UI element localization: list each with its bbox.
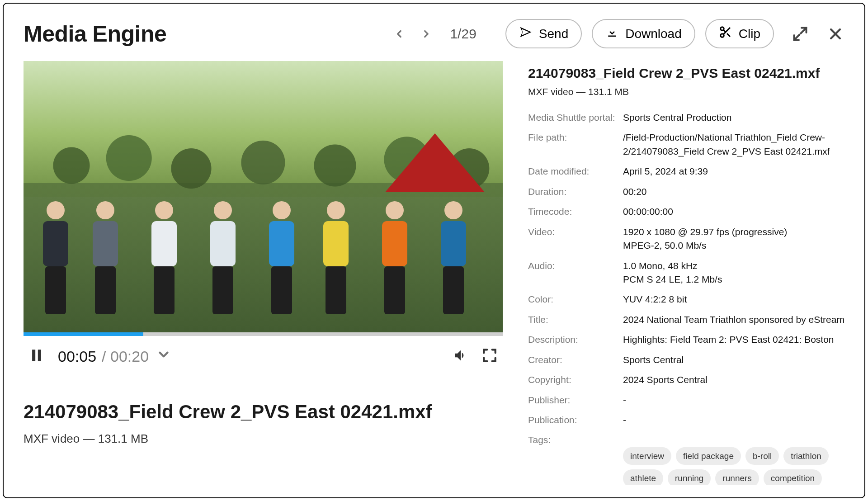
meta-value: April 5, 2024 at 9:39	[623, 165, 844, 178]
meta-row-creator: Creator: Sports Central	[528, 353, 844, 367]
meta-label: File path:	[528, 131, 623, 158]
download-button[interactable]: Download	[592, 19, 695, 48]
svg-point-0	[721, 27, 724, 31]
fullscreen-button[interactable]	[482, 348, 497, 365]
meta-file-subtitle: MXF video — 131.1 MB	[528, 86, 844, 97]
svg-line-4	[723, 30, 726, 32]
meta-row-tags: Tags: interviewfield packageb-rolltriath…	[528, 433, 844, 485]
download-label: Download	[625, 27, 682, 41]
meta-label: Date modified:	[528, 165, 623, 178]
meta-label: Audio:	[528, 259, 623, 287]
scissors-icon	[719, 25, 732, 42]
svg-point-1	[721, 34, 724, 38]
expand-button[interactable]	[791, 25, 809, 43]
meta-value: Highlights: Field Team 2: PVS East 02421…	[623, 333, 844, 346]
next-item-button[interactable]	[419, 27, 434, 41]
meta-value: 1.0 Mono, 48 kHz PCM S 24 LE, 1.2 Mb/s	[623, 259, 844, 287]
send-button[interactable]: Send	[505, 19, 582, 48]
clip-button[interactable]: Clip	[705, 19, 774, 48]
meta-row-duration: Duration: 00:20	[528, 185, 844, 199]
send-label: Send	[539, 27, 568, 41]
svg-rect-9	[32, 350, 35, 361]
meta-value: -	[623, 413, 844, 427]
meta-label: Publication:	[528, 413, 623, 427]
meta-value: /Field-Production/National Triathlon_Fie…	[623, 131, 844, 158]
tag[interactable]: b-roll	[745, 447, 779, 465]
app-title: Media Engine	[24, 21, 166, 47]
file-title: 214079083_Field Crew 2_PVS East 02421.mx…	[24, 401, 503, 423]
meta-label: Video:	[528, 225, 623, 253]
svg-rect-10	[38, 350, 41, 361]
meta-label: Copyright:	[528, 373, 623, 387]
tag[interactable]: triathlon	[783, 447, 829, 465]
meta-value: Sports Central Production	[623, 111, 844, 124]
svg-line-3	[727, 33, 730, 37]
player-pane: 00:05 / 00:20 214079083_Field Crew 2_PVS…	[24, 61, 503, 485]
meta-value: 2024 Sports Central	[623, 373, 844, 387]
meta-value: YUV 4:2:2 8 bit	[623, 293, 844, 306]
item-counter: 1/29	[450, 26, 476, 42]
send-icon	[519, 25, 533, 42]
tag[interactable]: athlete	[623, 469, 663, 485]
prev-item-button[interactable]	[392, 27, 406, 41]
tag-list: interviewfield packageb-rolltriathlonath…	[623, 447, 844, 485]
meta-row-filepath: File path: /Field-Production/National Tr…	[528, 131, 844, 158]
tag[interactable]: runners	[715, 469, 759, 485]
file-subtitle: MXF video — 131.1 MB	[24, 432, 503, 446]
meta-value: -	[623, 393, 844, 407]
video-surface[interactable]	[24, 61, 503, 332]
pause-button[interactable]	[29, 348, 44, 365]
action-buttons: Send Download Clip	[505, 19, 844, 48]
download-icon	[605, 25, 619, 42]
time-total: 00:20	[110, 348, 149, 365]
meta-value: 2024 National Team Triathlon sponsored b…	[623, 313, 844, 326]
meta-row-publisher: Publisher: -	[528, 393, 844, 407]
meta-file-title: 214079083_Field Crew 2_PVS East 02421.mx…	[528, 66, 844, 81]
tag[interactable]: running	[668, 469, 711, 485]
meta-label: Creator:	[528, 353, 623, 367]
tag[interactable]: interview	[623, 447, 671, 465]
pager	[392, 27, 434, 41]
meta-label: Title:	[528, 313, 623, 326]
meta-row-publication: Publication: -	[528, 413, 844, 427]
meta-label: Media Shuttle portal:	[528, 111, 623, 124]
time-display: 00:05 / 00:20	[58, 347, 171, 366]
meta-row-description: Description: Highlights: Field Team 2: P…	[528, 333, 844, 346]
meta-value: 1920 x 1080 @ 29.97 fps (progressive) MP…	[623, 225, 844, 253]
meta-row-date: Date modified: April 5, 2024 at 9:39	[528, 165, 844, 178]
header-bar: Media Engine 1/29 Send Download	[24, 19, 844, 48]
volume-button[interactable]	[453, 348, 468, 365]
progress-bar[interactable]	[24, 332, 503, 336]
meta-label: Description:	[528, 333, 623, 346]
time-dropdown[interactable]	[156, 347, 171, 366]
close-button[interactable]	[826, 25, 844, 43]
meta-row-audio: Audio: 1.0 Mono, 48 kHz PCM S 24 LE, 1.2…	[528, 259, 844, 287]
player-controls: 00:05 / 00:20	[24, 336, 503, 366]
meta-row-video: Video: 1920 x 1080 @ 29.97 fps (progress…	[528, 225, 844, 253]
meta-label: Publisher:	[528, 393, 623, 407]
meta-label: Duration:	[528, 185, 623, 199]
tag[interactable]: competition	[764, 469, 822, 485]
metadata-pane: 214079083_Field Crew 2_PVS East 02421.mx…	[528, 61, 844, 485]
clip-label: Clip	[739, 27, 760, 41]
meta-label: Timecode:	[528, 205, 623, 218]
meta-label: Color:	[528, 293, 623, 306]
tag[interactable]: field package	[676, 447, 741, 465]
meta-value: 00:00:00:00	[623, 205, 844, 218]
time-current: 00:05	[58, 348, 96, 365]
meta-row-title: Title: 2024 National Team Triathlon spon…	[528, 313, 844, 326]
meta-value: Sports Central	[623, 353, 844, 367]
meta-row-portal: Media Shuttle portal: Sports Central Pro…	[528, 111, 844, 124]
meta-row-color: Color: YUV 4:2:2 8 bit	[528, 293, 844, 306]
meta-label: Tags:	[528, 433, 623, 485]
meta-row-timecode: Timecode: 00:00:00:00	[528, 205, 844, 218]
progress-fill	[24, 332, 143, 336]
meta-value: 00:20	[623, 185, 844, 199]
meta-row-copyright: Copyright: 2024 Sports Central	[528, 373, 844, 387]
